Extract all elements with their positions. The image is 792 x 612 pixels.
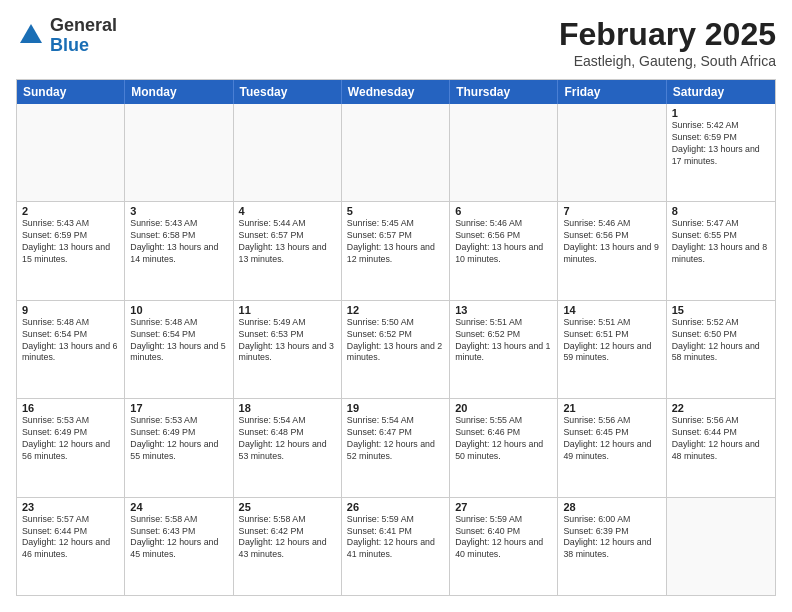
day-info: Sunrise: 5:53 AM Sunset: 6:49 PM Dayligh… <box>130 415 227 463</box>
day-number: 1 <box>672 107 770 119</box>
day-number: 12 <box>347 304 444 316</box>
calendar-cell <box>17 104 125 201</box>
calendar-cell: 13Sunrise: 5:51 AM Sunset: 6:52 PM Dayli… <box>450 301 558 398</box>
calendar-body: 1Sunrise: 5:42 AM Sunset: 6:59 PM Daylig… <box>17 104 775 595</box>
day-number: 9 <box>22 304 119 316</box>
day-info: Sunrise: 5:57 AM Sunset: 6:44 PM Dayligh… <box>22 514 119 562</box>
day-number: 16 <box>22 402 119 414</box>
day-number: 22 <box>672 402 770 414</box>
calendar-row-0: 1Sunrise: 5:42 AM Sunset: 6:59 PM Daylig… <box>17 104 775 202</box>
calendar-row-4: 23Sunrise: 5:57 AM Sunset: 6:44 PM Dayli… <box>17 498 775 595</box>
day-number: 15 <box>672 304 770 316</box>
calendar-row-2: 9Sunrise: 5:48 AM Sunset: 6:54 PM Daylig… <box>17 301 775 399</box>
day-info: Sunrise: 5:47 AM Sunset: 6:55 PM Dayligh… <box>672 218 770 266</box>
calendar-cell: 27Sunrise: 5:59 AM Sunset: 6:40 PM Dayli… <box>450 498 558 595</box>
day-info: Sunrise: 5:52 AM Sunset: 6:50 PM Dayligh… <box>672 317 770 365</box>
calendar-cell <box>667 498 775 595</box>
calendar-cell: 12Sunrise: 5:50 AM Sunset: 6:52 PM Dayli… <box>342 301 450 398</box>
calendar-row-1: 2Sunrise: 5:43 AM Sunset: 6:59 PM Daylig… <box>17 202 775 300</box>
calendar-cell: 25Sunrise: 5:58 AM Sunset: 6:42 PM Dayli… <box>234 498 342 595</box>
day-info: Sunrise: 5:54 AM Sunset: 6:48 PM Dayligh… <box>239 415 336 463</box>
calendar-row-3: 16Sunrise: 5:53 AM Sunset: 6:49 PM Dayli… <box>17 399 775 497</box>
day-number: 18 <box>239 402 336 414</box>
calendar-cell: 24Sunrise: 5:58 AM Sunset: 6:43 PM Dayli… <box>125 498 233 595</box>
day-number: 21 <box>563 402 660 414</box>
calendar-cell: 2Sunrise: 5:43 AM Sunset: 6:59 PM Daylig… <box>17 202 125 299</box>
logo-text: General Blue <box>50 16 117 56</box>
header-sunday: Sunday <box>17 80 125 104</box>
page: General Blue February 2025 Eastleigh, Ga… <box>0 0 792 612</box>
day-info: Sunrise: 5:43 AM Sunset: 6:59 PM Dayligh… <box>22 218 119 266</box>
calendar: Sunday Monday Tuesday Wednesday Thursday… <box>16 79 776 596</box>
day-info: Sunrise: 5:54 AM Sunset: 6:47 PM Dayligh… <box>347 415 444 463</box>
day-info: Sunrise: 5:46 AM Sunset: 6:56 PM Dayligh… <box>563 218 660 266</box>
calendar-cell: 19Sunrise: 5:54 AM Sunset: 6:47 PM Dayli… <box>342 399 450 496</box>
calendar-cell: 9Sunrise: 5:48 AM Sunset: 6:54 PM Daylig… <box>17 301 125 398</box>
day-info: Sunrise: 5:50 AM Sunset: 6:52 PM Dayligh… <box>347 317 444 365</box>
day-number: 3 <box>130 205 227 217</box>
calendar-header: Sunday Monday Tuesday Wednesday Thursday… <box>17 80 775 104</box>
header-monday: Monday <box>125 80 233 104</box>
calendar-cell <box>125 104 233 201</box>
day-info: Sunrise: 5:45 AM Sunset: 6:57 PM Dayligh… <box>347 218 444 266</box>
day-info: Sunrise: 5:44 AM Sunset: 6:57 PM Dayligh… <box>239 218 336 266</box>
calendar-cell: 6Sunrise: 5:46 AM Sunset: 6:56 PM Daylig… <box>450 202 558 299</box>
day-number: 4 <box>239 205 336 217</box>
header-saturday: Saturday <box>667 80 775 104</box>
day-number: 27 <box>455 501 552 513</box>
day-info: Sunrise: 5:56 AM Sunset: 6:44 PM Dayligh… <box>672 415 770 463</box>
day-info: Sunrise: 5:48 AM Sunset: 6:54 PM Dayligh… <box>130 317 227 365</box>
calendar-cell: 4Sunrise: 5:44 AM Sunset: 6:57 PM Daylig… <box>234 202 342 299</box>
logo-blue: Blue <box>50 35 89 55</box>
calendar-cell: 11Sunrise: 5:49 AM Sunset: 6:53 PM Dayli… <box>234 301 342 398</box>
title-block: February 2025 Eastleigh, Gauteng, South … <box>559 16 776 69</box>
day-number: 20 <box>455 402 552 414</box>
day-number: 2 <box>22 205 119 217</box>
day-number: 11 <box>239 304 336 316</box>
day-number: 28 <box>563 501 660 513</box>
calendar-cell: 28Sunrise: 6:00 AM Sunset: 6:39 PM Dayli… <box>558 498 666 595</box>
calendar-cell: 8Sunrise: 5:47 AM Sunset: 6:55 PM Daylig… <box>667 202 775 299</box>
calendar-cell: 14Sunrise: 5:51 AM Sunset: 6:51 PM Dayli… <box>558 301 666 398</box>
day-info: Sunrise: 5:56 AM Sunset: 6:45 PM Dayligh… <box>563 415 660 463</box>
day-number: 23 <box>22 501 119 513</box>
calendar-cell: 3Sunrise: 5:43 AM Sunset: 6:58 PM Daylig… <box>125 202 233 299</box>
calendar-cell <box>558 104 666 201</box>
calendar-cell <box>342 104 450 201</box>
day-number: 5 <box>347 205 444 217</box>
header-thursday: Thursday <box>450 80 558 104</box>
day-number: 7 <box>563 205 660 217</box>
day-info: Sunrise: 5:42 AM Sunset: 6:59 PM Dayligh… <box>672 120 770 168</box>
calendar-cell: 10Sunrise: 5:48 AM Sunset: 6:54 PM Dayli… <box>125 301 233 398</box>
day-number: 19 <box>347 402 444 414</box>
calendar-cell: 26Sunrise: 5:59 AM Sunset: 6:41 PM Dayli… <box>342 498 450 595</box>
day-number: 13 <box>455 304 552 316</box>
svg-rect-1 <box>28 37 34 43</box>
calendar-cell <box>234 104 342 201</box>
day-info: Sunrise: 5:55 AM Sunset: 6:46 PM Dayligh… <box>455 415 552 463</box>
day-info: Sunrise: 5:49 AM Sunset: 6:53 PM Dayligh… <box>239 317 336 365</box>
calendar-cell: 18Sunrise: 5:54 AM Sunset: 6:48 PM Dayli… <box>234 399 342 496</box>
day-info: Sunrise: 5:59 AM Sunset: 6:41 PM Dayligh… <box>347 514 444 562</box>
calendar-cell: 5Sunrise: 5:45 AM Sunset: 6:57 PM Daylig… <box>342 202 450 299</box>
day-number: 17 <box>130 402 227 414</box>
day-info: Sunrise: 5:58 AM Sunset: 6:43 PM Dayligh… <box>130 514 227 562</box>
day-number: 6 <box>455 205 552 217</box>
header-tuesday: Tuesday <box>234 80 342 104</box>
month-title: February 2025 <box>559 16 776 53</box>
day-info: Sunrise: 5:43 AM Sunset: 6:58 PM Dayligh… <box>130 218 227 266</box>
calendar-cell: 7Sunrise: 5:46 AM Sunset: 6:56 PM Daylig… <box>558 202 666 299</box>
day-number: 8 <box>672 205 770 217</box>
calendar-cell: 15Sunrise: 5:52 AM Sunset: 6:50 PM Dayli… <box>667 301 775 398</box>
calendar-cell: 17Sunrise: 5:53 AM Sunset: 6:49 PM Dayli… <box>125 399 233 496</box>
logo-general: General <box>50 15 117 35</box>
day-info: Sunrise: 5:58 AM Sunset: 6:42 PM Dayligh… <box>239 514 336 562</box>
calendar-cell: 21Sunrise: 5:56 AM Sunset: 6:45 PM Dayli… <box>558 399 666 496</box>
header-friday: Friday <box>558 80 666 104</box>
day-number: 25 <box>239 501 336 513</box>
calendar-cell: 1Sunrise: 5:42 AM Sunset: 6:59 PM Daylig… <box>667 104 775 201</box>
day-info: Sunrise: 5:51 AM Sunset: 6:52 PM Dayligh… <box>455 317 552 365</box>
calendar-cell: 16Sunrise: 5:53 AM Sunset: 6:49 PM Dayli… <box>17 399 125 496</box>
calendar-cell <box>450 104 558 201</box>
header-wednesday: Wednesday <box>342 80 450 104</box>
